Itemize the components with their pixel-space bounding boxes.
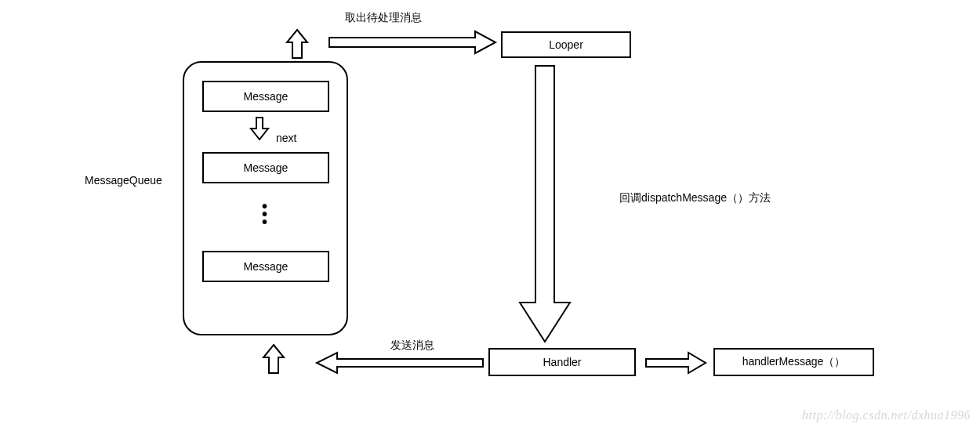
message-box-3-text: Message [244,260,289,273]
handler-box: Handler [488,348,636,376]
label-message-queue: MessageQueue [85,174,162,187]
label-take-message: 取出待处理消息 [345,11,422,25]
arrow-left-send-icon [314,351,486,375]
arrow-right-to-handlermessage-icon [643,351,709,375]
arrow-down-dispatch-icon [514,63,576,346]
label-dispatch: 回调dispatchMessage（）方法 [619,191,771,205]
handler-message-box-text: handlerMessage（） [742,355,846,369]
handler-message-box: handlerMessage（） [713,348,874,376]
arrow-up-out-icon [284,28,310,61]
watermark-text: http://blog.csdn.net/dxhua1996 [802,408,971,422]
message-box-2: Message [202,152,329,183]
arrow-right-to-looper-icon [326,28,499,56]
message-box-1: Message [202,81,329,112]
looper-box: Looper [501,31,631,58]
looper-box-text: Looper [549,38,583,51]
message-box-3: Message [202,251,329,282]
arrow-up-into-queue-icon [260,343,287,376]
message-box-2-text: Message [244,161,289,174]
ellipsis-dots: ••• [262,202,267,226]
handler-box-text: Handler [543,356,581,368]
message-box-1-text: Message [244,90,289,103]
label-next: next [276,132,296,144]
diagram-canvas: MessageQueue Message next Message ••• Me… [0,0,980,424]
arrow-down-next-icon [248,116,271,147]
